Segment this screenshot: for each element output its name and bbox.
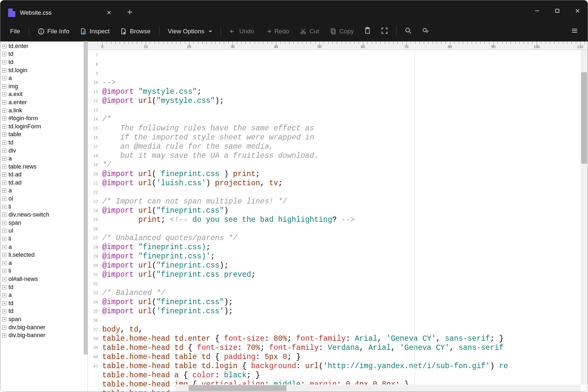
expand-icon[interactable]: + [2,140,7,145]
menu-button[interactable] [567,24,582,39]
expand-icon[interactable]: + [2,285,7,289]
expand-icon[interactable]: + [2,124,7,129]
inspect-button[interactable]: Inspect [75,25,114,38]
expand-icon[interactable]: + [2,229,7,233]
tree-item[interactable]: +div.big-banner [0,331,88,339]
minimize-button[interactable] [527,3,547,19]
expand-icon[interactable]: + [2,325,7,330]
new-tab-button[interactable]: + [121,7,139,17]
tree-item[interactable]: +td [0,50,88,58]
paste-button[interactable] [360,24,375,39]
tree-item[interactable]: +span [0,219,88,227]
expand-icon[interactable]: + [2,44,7,48]
redo-button[interactable]: Redo [260,25,294,38]
horizontal-scrollbar[interactable] [175,384,580,392]
close-icon[interactable]: ✕ [104,8,114,18]
tree-item[interactable]: +a [0,243,88,251]
tree-item[interactable]: +a [0,291,88,299]
browse-button[interactable]: Browse [115,25,155,38]
expand-icon[interactable]: + [2,188,7,193]
tree-item[interactable]: +img [0,82,88,90]
expand-icon[interactable]: + [2,172,7,177]
code-editor[interactable]: -->@import "mystyle.css";@import url("my… [100,50,588,392]
outline-sidebar[interactable]: +td.enter+td+td+td.login+a+img+a.exit+a.… [0,41,88,392]
expand-icon[interactable]: + [2,293,7,297]
expand-icon[interactable]: + [2,156,7,161]
tree-item[interactable]: +span [0,315,88,323]
expand-icon[interactable]: + [2,181,7,185]
tree-item[interactable]: +li [0,235,88,243]
cut-button[interactable]: Cut [295,25,324,38]
expand-icon[interactable]: + [2,68,7,73]
expand-icon[interactable]: + [2,237,7,241]
expand-icon[interactable]: + [2,301,7,305]
view-options-menu[interactable]: View Options [163,25,217,38]
tree-item[interactable]: +a.exit [0,90,88,99]
undo-button[interactable]: Undo [225,25,258,38]
tree-item[interactable]: +td.ad [0,171,88,179]
expand-icon[interactable]: + [2,84,7,89]
tree-item[interactable]: +td.ad [0,179,88,187]
tree-item[interactable]: +li.selected [0,251,88,259]
tree-item[interactable]: +table.news [0,163,88,171]
tree-item[interactable]: +div.big-banner [0,323,88,332]
expand-icon[interactable]: + [2,269,7,273]
expand-icon[interactable]: + [2,253,7,257]
vertical-scrollbar[interactable] [580,50,588,384]
close-button[interactable] [567,3,588,19]
expand-icon[interactable]: + [2,60,7,64]
expand-icon[interactable]: + [2,76,7,80]
maximize-button[interactable] [547,3,567,19]
tree-item[interactable]: +td [0,139,88,147]
tab-active[interactable]: Website.css ✕ [3,4,121,21]
tree-item[interactable]: +a.link [0,106,88,115]
tree-item[interactable]: +div [0,147,88,155]
tree-item[interactable]: +ol [0,195,88,203]
tree-item[interactable]: +ul [0,227,88,235]
tree-item[interactable]: +td.enter [0,42,88,50]
file-info-button[interactable]: File Info [33,25,74,38]
sidebar-scrollbar[interactable] [84,41,88,392]
expand-icon[interactable]: + [2,277,7,281]
expand-icon[interactable]: + [2,132,7,137]
expand-icon[interactable]: + [2,165,7,169]
search-next-button[interactable] [417,24,433,39]
expand-icon[interactable]: + [2,205,7,209]
expand-icon[interactable]: + [2,221,7,225]
tree-item[interactable]: +a [0,155,88,163]
expand-icon[interactable]: + [2,197,7,201]
tree-item[interactable]: +td [0,283,88,291]
copy-button[interactable]: Copy [325,25,358,38]
tree-label: div.big-banner [8,324,45,331]
tree-item[interactable]: +td [0,58,88,66]
tree-item[interactable]: +div.news-switch [0,211,88,219]
tree-item[interactable]: +a.enter [0,98,88,106]
tree-item[interactable]: +li [0,267,88,275]
expand-icon[interactable]: + [2,116,7,121]
tree-item[interactable]: +td [0,299,88,307]
tree-item[interactable]: +table [0,131,88,139]
expand-icon[interactable]: + [2,261,7,265]
expand-icon[interactable]: + [2,108,7,113]
tree-item[interactable]: +a [0,259,88,267]
expand-icon[interactable]: + [2,245,7,249]
expand-icon[interactable]: + [2,149,7,153]
expand-icon[interactable]: + [2,333,7,337]
file-menu[interactable]: File [6,25,25,38]
expand-icon[interactable]: + [2,309,7,313]
expand-icon[interactable]: + [2,92,7,96]
tree-item[interactable]: +a [0,187,88,195]
expand-icon[interactable]: + [2,52,7,56]
tree-item[interactable]: +td.login [0,66,88,74]
expand-icon[interactable]: + [2,317,7,321]
tree-item[interactable]: +td.loginForm [0,122,88,131]
fullscreen-button[interactable] [377,24,392,39]
search-button[interactable] [400,24,416,39]
expand-icon[interactable]: + [2,213,7,217]
tree-item[interactable]: +a [0,74,88,82]
tree-item[interactable]: +ol#all-news [0,275,88,283]
tree-item[interactable]: +td [0,307,88,316]
tree-item[interactable]: +#login-form [0,114,88,122]
expand-icon[interactable]: + [2,100,7,105]
tree-item[interactable]: +li [0,203,88,211]
